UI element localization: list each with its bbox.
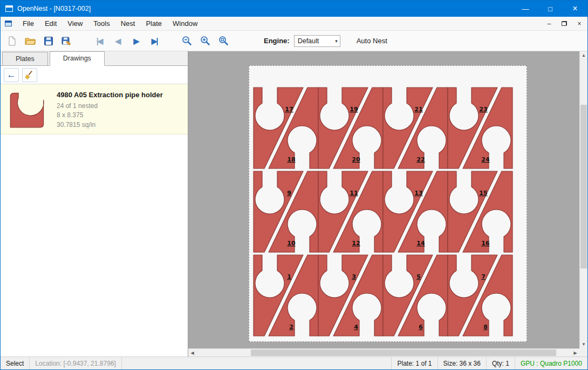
part-number: 3 — [352, 273, 356, 280]
nest-pair[interactable]: 12 — [254, 255, 318, 336]
menu-plate[interactable]: Plate — [140, 17, 167, 30]
main-toolbar: |◀ ◀ ▶ ▶| — [1, 31, 587, 51]
restore-icon — [562, 21, 567, 26]
mdi-minimize-button[interactable]: – — [544, 19, 554, 29]
next-icon: ▶ — [134, 37, 139, 45]
nest-pair[interactable]: 910 — [254, 171, 318, 252]
part-number: 16 — [481, 240, 490, 247]
status-mode: Select — [1, 357, 30, 369]
window-title: OpenNest - [N0317-002] — [17, 5, 513, 12]
engine-select-value: Default — [298, 37, 319, 45]
app-icon — [5, 5, 13, 12]
save-button[interactable] — [40, 33, 57, 49]
save-as-button[interactable] — [59, 33, 75, 49]
drawing-area: 30.7815 sq/in — [57, 120, 163, 130]
nest-pair[interactable]: 1112 — [318, 171, 383, 252]
status-size: Size: 36 x 36 — [437, 357, 486, 369]
mdi-restore-button[interactable] — [559, 19, 569, 29]
return-parts-button[interactable]: ← — [4, 68, 19, 82]
back-arrow-icon: ← — [7, 70, 16, 79]
new-file-icon — [7, 36, 17, 46]
last-plate-button[interactable]: ▶| — [146, 33, 162, 49]
clear-button[interactable] — [22, 68, 37, 82]
part-number: 14 — [416, 240, 425, 247]
zoom-out-icon — [182, 36, 192, 46]
part-number: 23 — [479, 106, 487, 113]
drawing-nested-count: 24 of 1 nested — [57, 102, 163, 111]
engine-label: Engine: — [264, 37, 290, 45]
engine-select[interactable]: Default ▾ — [294, 35, 340, 47]
part-number: 21 — [414, 106, 422, 113]
part-number: 17 — [285, 106, 293, 113]
nest-pair[interactable]: 1920 — [318, 88, 383, 169]
auto-nest-button[interactable]: Auto Nest — [352, 35, 392, 47]
scroll-down-icon[interactable]: ▼ — [580, 340, 587, 348]
status-bar: Select Location: [-0.9437, 21.8796] Plat… — [1, 356, 587, 369]
menu-file[interactable]: File — [17, 17, 39, 30]
nest-pair[interactable]: 1314 — [383, 171, 448, 252]
next-plate-button[interactable]: ▶ — [128, 33, 144, 49]
nest-pair[interactable]: 78 — [448, 255, 512, 336]
horizontal-scrollbar[interactable]: ◀ ▶ — [188, 348, 579, 356]
drawing-title: 4980 A05 Extraction pipe holder — [57, 91, 163, 99]
menu-window[interactable]: Window — [167, 17, 203, 30]
menu-nest[interactable]: Nest — [115, 17, 141, 30]
zoom-out-button[interactable] — [179, 33, 195, 49]
scroll-right-icon[interactable]: ▶ — [571, 349, 579, 356]
part-number: 6 — [419, 324, 423, 331]
nest-pair[interactable]: 34 — [318, 255, 383, 336]
drawing-list-empty-area — [1, 134, 188, 356]
last-icon: ▶| — [152, 37, 158, 45]
title-bar: OpenNest - [N0317-002] — □ × — [1, 1, 587, 17]
status-qty: Qty: 1 — [486, 357, 515, 369]
part-number: 24 — [481, 156, 490, 163]
first-plate-button[interactable]: |◀ — [91, 33, 107, 49]
zoom-in-button[interactable] — [197, 33, 213, 49]
document-window-icon[interactable] — [5, 21, 12, 26]
panel-tabstrip: Plates Drawings — [1, 51, 188, 66]
menu-tools[interactable]: Tools — [88, 17, 115, 30]
scroll-left-icon[interactable]: ◀ — [188, 349, 196, 356]
scroll-up-icon[interactable]: ▲ — [580, 51, 587, 59]
tab-drawings[interactable]: Drawings — [50, 51, 105, 66]
part-number: 20 — [352, 156, 360, 163]
nest-canvas[interactable]: 171819202122232491011121314151612345678 — [188, 51, 579, 348]
new-button[interactable] — [4, 33, 20, 49]
zoom-fit-button[interactable] — [215, 33, 231, 49]
tab-plates[interactable]: Plates — [2, 52, 48, 65]
mdi-close-button[interactable]: × — [575, 19, 584, 29]
part-number: 9 — [287, 190, 291, 197]
vertical-scrollbar[interactable]: ▲ ▼ — [579, 51, 587, 348]
nest-pair[interactable]: 2324 — [448, 88, 512, 169]
vertical-scroll-thumb[interactable] — [580, 105, 587, 268]
status-plate: Plate: 1 of 1 — [391, 357, 437, 369]
open-button[interactable] — [22, 33, 38, 49]
broom-icon — [25, 70, 35, 80]
nest-pair[interactable]: 1718 — [254, 88, 318, 169]
nest-pair[interactable]: 56 — [383, 255, 448, 336]
maximize-button[interactable]: □ — [538, 1, 563, 17]
part-number: 18 — [287, 156, 295, 163]
previous-plate-button[interactable]: ◀ — [110, 33, 126, 49]
zoom-fit-icon — [218, 36, 229, 46]
part-number: 13 — [414, 190, 422, 197]
chevron-down-icon: ▾ — [335, 36, 338, 46]
part-number: 12 — [352, 240, 360, 247]
menu-view[interactable]: View — [62, 17, 88, 30]
zoom-in-icon — [200, 36, 210, 46]
nest-pair[interactable]: 2122 — [383, 88, 448, 169]
part-number: 5 — [416, 273, 421, 280]
canvas-area: 171819202122232491011121314151612345678 … — [188, 51, 587, 356]
minimize-button[interactable]: — — [513, 1, 538, 17]
part-number: 1 — [287, 273, 291, 280]
horizontal-scroll-thumb[interactable] — [251, 349, 556, 356]
part-number: 7 — [481, 273, 486, 280]
drawing-list-item[interactable]: 4980 A05 Extraction pipe holder 24 of 1 … — [1, 84, 188, 134]
menu-edit[interactable]: Edit — [39, 17, 62, 30]
close-button[interactable]: × — [563, 1, 587, 17]
save-as-icon — [61, 36, 72, 46]
part-number: 2 — [289, 324, 293, 331]
part-number: 19 — [350, 106, 358, 113]
nest-pair[interactable]: 1516 — [448, 171, 512, 252]
status-gpu: GPU : Quadro P1000 — [515, 357, 587, 369]
